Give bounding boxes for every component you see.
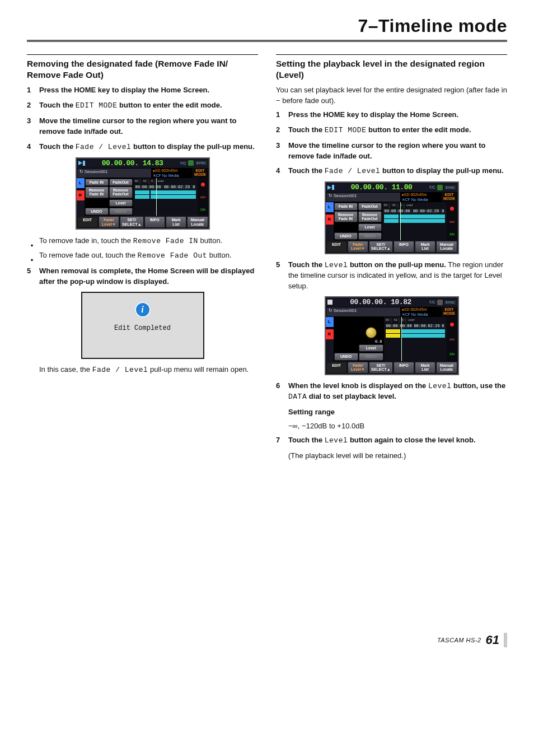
- bottom-mark-list-button[interactable]: MarkList: [415, 362, 435, 374]
- remove-fadein-button[interactable]: RemoveFade IN: [85, 186, 109, 198]
- timecode-display: 00.00.00. 10.82: [334, 298, 428, 306]
- level-button-active[interactable]: Level: [359, 344, 383, 352]
- bottom-mark-list-button[interactable]: MarkList: [415, 241, 435, 253]
- bottom-info-button[interactable]: INFO: [394, 241, 414, 253]
- status-dot-green: [437, 185, 443, 190]
- fadeout-button[interactable]: FadeOut: [358, 203, 382, 210]
- setting-range-value: −∞, −120dB to +10.0dB: [288, 421, 507, 432]
- sync-label: SYNC: [195, 161, 207, 165]
- level-knob[interactable]: [366, 327, 377, 338]
- bottom-manual-locate-button[interactable]: ManualLocate: [187, 216, 208, 228]
- redo-button[interactable]: REDO: [109, 208, 133, 215]
- undo-button[interactable]: UNDO: [334, 232, 358, 240]
- bottom-set-select-button[interactable]: SET/SELECT▲: [369, 362, 393, 374]
- r-step-2: Touch the EDIT MODE button to enter the …: [276, 125, 507, 136]
- r-step-6: When the level knob is displayed on the …: [276, 381, 507, 403]
- dsh-label: dsh: [449, 338, 455, 341]
- edit-mode-indicator: EDITMODE: [192, 168, 209, 178]
- bottom-info-button[interactable]: INFO: [394, 362, 414, 374]
- sd-info: ●SD 002h45m: [152, 168, 192, 173]
- fadein-button[interactable]: Fade IN: [85, 179, 109, 186]
- redo-button[interactable]: REDO: [358, 232, 382, 240]
- fadein-button[interactable]: Fade IN: [334, 203, 358, 210]
- footer-page-number: 61: [486, 633, 499, 647]
- page-footer: TASCAM HS-2 61: [27, 633, 507, 647]
- level-button[interactable]: Level: [109, 199, 133, 207]
- footer-model: TASCAM HS-2: [437, 637, 481, 643]
- undo-button[interactable]: UNDO: [334, 353, 359, 360]
- edit-mode-indicator: EDITMODE: [441, 307, 458, 317]
- sd-info: ●SD 002h45m: [401, 192, 441, 197]
- device-screenshot-fade-menu: 00.00.00. 14.83 T/C SYNC ↻ Session001 ●S…: [76, 157, 210, 230]
- bottom-edit-button[interactable]: EDIT: [77, 216, 98, 228]
- bullet-remove-fadeout: To remove fade out, touch the Remove Fad…: [27, 250, 258, 262]
- tc-label: T/C: [429, 185, 435, 189]
- rate-label: 12s: [200, 208, 206, 211]
- right-column: Setting the playback level in the design…: [276, 54, 507, 465]
- bottom-mark-list-button[interactable]: MarkList: [166, 216, 186, 228]
- section-heading-level: Setting the playback level in the design…: [276, 54, 507, 81]
- cf-info: ✕CF No Media: [401, 197, 441, 202]
- remove-fadein-button[interactable]: RemoveFade IN: [334, 211, 358, 223]
- bottom-edit-button[interactable]: EDIT: [326, 241, 347, 253]
- session-name: ↻ Session001: [77, 168, 152, 178]
- step-5: When removal is complete, the Home Scree…: [27, 266, 258, 287]
- bottom-manual-locate-button[interactable]: ManualLocate: [436, 362, 457, 374]
- bottom-set-select-button[interactable]: SET/SELECT▲: [120, 216, 144, 228]
- dsh-label: dsh: [200, 195, 206, 199]
- bottom-fade-level-button[interactable]: Fade/Level▼: [348, 241, 368, 253]
- session-name: ↻ Session001: [326, 307, 401, 317]
- timecode-display: 00.00.00. 11.00: [336, 184, 428, 191]
- sd-info: ●SD 002h45m: [401, 307, 441, 312]
- remove-fadeout-button[interactable]: RemoveFadeOut: [358, 211, 382, 223]
- r-step-3: Move the timeline cursor to the region w…: [276, 141, 507, 162]
- left-column: Removing the designated fade (Remove Fad…: [27, 54, 258, 465]
- info-icon: i: [135, 302, 151, 318]
- after-note: In this case, the Fade / Level pull-up m…: [39, 365, 258, 376]
- cf-info: ✕CF No Media: [401, 312, 441, 317]
- bottom-fade-level-button[interactable]: Fade/Level▼: [348, 362, 368, 374]
- step-7-note: (The playback level will be retained.): [288, 451, 507, 461]
- rate-label: 12s: [449, 232, 455, 236]
- step-3: Move the timeline cursor to the region w…: [27, 116, 258, 137]
- step-1: Press the HOME key to display the Home S…: [27, 85, 258, 96]
- remove-fadeout-button[interactable]: RemoveFadeOut: [109, 186, 133, 198]
- tc-label: T/C: [180, 161, 186, 165]
- fadeout-button[interactable]: FadeOut: [109, 179, 133, 186]
- device-screenshot-level-knob: 00.00.00. 10.82 T/C SYNC ↻ Session001 ●S…: [325, 296, 459, 375]
- stop-icon: [327, 300, 332, 305]
- timecode-display: 00.00.00. 14.83: [87, 160, 179, 167]
- r-step-7: Touch the Level button again to close th…: [276, 435, 507, 446]
- step-4: Touch the Fade / Level button to display…: [27, 142, 258, 153]
- sync-label: SYNC: [444, 300, 456, 305]
- redo-button[interactable]: REDO: [359, 353, 383, 360]
- status-dot-green: [188, 160, 194, 166]
- tc-label: T/C: [429, 300, 435, 304]
- intro-text: You can set playback level for the entir…: [276, 85, 507, 106]
- rate-label: 12s: [449, 352, 455, 356]
- record-dot-icon: [450, 207, 454, 211]
- bottom-fade-level-button[interactable]: Fade/Level▼: [99, 216, 119, 228]
- bottom-info-button[interactable]: INFO: [144, 216, 165, 228]
- dsh-label: dsh: [449, 220, 455, 223]
- undo-button[interactable]: UNDO: [85, 208, 109, 215]
- bullet-remove-fadein: To remove fade in, touch the Remove Fade…: [27, 235, 258, 247]
- bottom-manual-locate-button[interactable]: ManualLocate: [436, 241, 457, 253]
- channel-l-label: L: [326, 317, 334, 327]
- device-screenshot-fade-menu-2: 00.00.00. 11.00 T/C SYNC ↻ Session001 ●S…: [325, 181, 459, 254]
- r-step-5: Touch the Level button on the pull-up me…: [276, 260, 507, 292]
- channel-r-label: R: [326, 214, 334, 225]
- channel-r-label: R: [77, 190, 85, 200]
- play-icon: [78, 161, 82, 165]
- footer-bar-decoration: [504, 633, 507, 647]
- timeline-track: 60426over 00:00:00:0000:00:02:290: [382, 202, 447, 240]
- step-2: Touch the EDIT MODE button to enter the …: [27, 100, 258, 111]
- play-icon: [327, 185, 331, 190]
- level-button[interactable]: Level: [358, 223, 382, 231]
- edit-mode-indicator: EDITMODE: [441, 192, 458, 202]
- bottom-set-select-button[interactable]: SET/SELECT▲: [369, 241, 393, 253]
- bottom-edit-button[interactable]: EDIT: [326, 362, 347, 374]
- timeline-track: 60426over 00:00:00:0000:00:02:290: [133, 178, 198, 216]
- timeline-track: 60426over 00:00:00:0000:00:02:290: [384, 317, 447, 361]
- sync-label: SYNC: [444, 185, 456, 190]
